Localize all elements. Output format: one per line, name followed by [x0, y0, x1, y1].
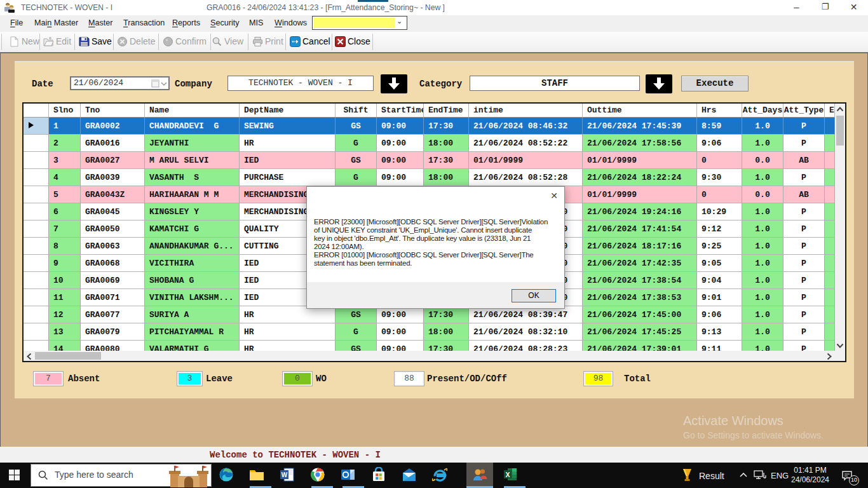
svg-text:X: X: [505, 471, 510, 478]
svg-text:W: W: [281, 471, 288, 478]
